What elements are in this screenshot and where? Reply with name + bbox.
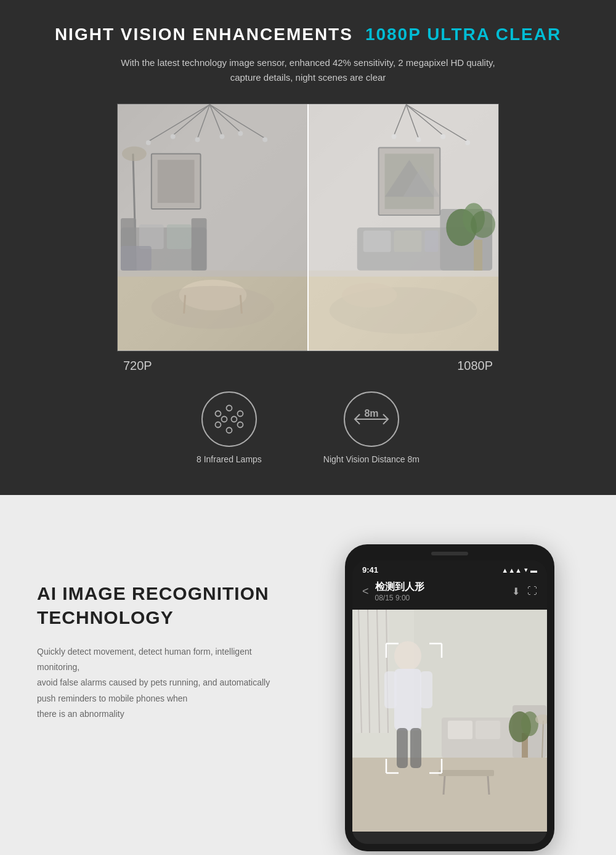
section-title-accent: 1080P ULTRA CLEAR — [365, 25, 561, 44]
phone-screen: 9:41 ▲▲▲ ▾ ▬ < 检测到人形 08/15 9:00 ⬇ — [352, 560, 547, 844]
comparison-image — [118, 104, 498, 351]
svg-rect-41 — [394, 231, 422, 252]
night-vision-distance-item: 8m Night Vision Distance 8m — [323, 391, 419, 464]
ir-lamps-item: 8 Infrared Lamps — [197, 391, 262, 464]
distance-icon-circle: 8m — [344, 391, 399, 447]
svg-rect-20 — [167, 224, 192, 249]
svg-point-35 — [440, 134, 445, 139]
quality-label-720p: 720P — [123, 359, 152, 373]
comparison-right-1080p — [308, 104, 498, 351]
svg-rect-25 — [158, 160, 195, 203]
phone-back-button[interactable]: < — [362, 585, 369, 598]
svg-rect-43 — [474, 240, 482, 271]
svg-rect-42 — [424, 231, 438, 252]
quality-labels: 720P 1080P — [117, 359, 499, 373]
phone-status-bar: 9:41 ▲▲▲ ▾ ▬ — [352, 560, 547, 577]
svg-point-13 — [262, 137, 267, 142]
svg-point-34 — [465, 140, 470, 145]
phone-header-date: 08/15 9:00 — [375, 594, 506, 602]
svg-point-9 — [171, 134, 176, 139]
icons-row: 8 Infrared Lamps 8m Night Vision Distanc… — [12, 391, 604, 464]
battery-icon: ▬ — [530, 567, 537, 574]
svg-point-11 — [219, 134, 224, 139]
phone-content — [352, 610, 547, 844]
svg-rect-84 — [394, 669, 421, 730]
svg-rect-40 — [363, 231, 391, 252]
ai-text-block: AI IMAGE RECOGNITIONTECHNOLOGY Quickly d… — [37, 532, 296, 722]
phone-status-icons: ▲▲▲ ▾ ▬ — [501, 566, 537, 574]
phone-mockup: 9:41 ▲▲▲ ▾ ▬ < 检测到人形 08/15 9:00 ⬇ — [345, 544, 554, 851]
fullscreen-icon[interactable]: ⛶ — [527, 586, 537, 597]
distance-svg: 8m — [350, 401, 393, 438]
section-title-main: NIGHT VISION ENHANCEMENTS — [55, 25, 353, 44]
svg-rect-87 — [397, 728, 408, 768]
svg-point-37 — [392, 134, 397, 139]
svg-point-55 — [237, 422, 243, 428]
ir-lamps-svg — [211, 401, 248, 438]
svg-point-60 — [231, 417, 237, 422]
svg-point-27 — [152, 286, 274, 329]
svg-point-53 — [226, 406, 232, 411]
night-vision-section: NIGHT VISION ENHANCEMENTS 1080P ULTRA CL… — [0, 0, 616, 495]
svg-line-77 — [488, 776, 489, 795]
svg-rect-86 — [420, 671, 432, 708]
wifi-icon: ▾ — [524, 566, 528, 574]
svg-point-80 — [521, 711, 538, 736]
ai-section-title: AI IMAGE RECOGNITIONTECHNOLOGY — [37, 581, 296, 629]
phone-time: 9:41 — [362, 565, 378, 575]
svg-point-58 — [215, 411, 221, 417]
svg-rect-75 — [439, 770, 494, 776]
svg-point-10 — [195, 137, 200, 142]
svg-rect-74 — [476, 721, 500, 739]
distance-label: Night Vision Distance 8m — [323, 454, 419, 464]
phone-notch — [431, 552, 468, 555]
phone-header-content: 检测到人形 08/15 9:00 — [375, 581, 506, 602]
phone-container: 9:41 ▲▲▲ ▾ ▬ < 检测到人形 08/15 9:00 ⬇ — [320, 532, 579, 851]
svg-rect-26 — [121, 246, 152, 271]
svg-point-54 — [237, 411, 243, 417]
comparison-divider — [307, 104, 309, 351]
ai-recognition-section: AI IMAGE RECOGNITIONTECHNOLOGY Quickly d… — [0, 495, 616, 855]
section-title-row: NIGHT VISION ENHANCEMENTS 1080P ULTRA CL… — [12, 25, 604, 44]
svg-point-46 — [471, 211, 495, 238]
svg-point-15 — [122, 146, 147, 161]
comparison-container — [117, 104, 499, 351]
svg-point-57 — [215, 422, 221, 428]
svg-point-12 — [238, 131, 243, 136]
camera-view-svg — [352, 610, 547, 832]
phone-header: < 检测到人形 08/15 9:00 ⬇ ⛶ — [352, 577, 547, 610]
section-subtitle: With the latest technology image sensor,… — [12, 55, 604, 85]
phone-header-actions: ⬇ ⛶ — [512, 586, 537, 597]
svg-point-56 — [226, 428, 232, 433]
ir-lamps-label: 8 Infrared Lamps — [197, 454, 262, 464]
svg-point-59 — [221, 417, 227, 422]
ir-lamps-icon-circle — [201, 391, 257, 447]
svg-point-36 — [416, 137, 421, 142]
svg-line-76 — [444, 776, 445, 795]
quality-label-1080p: 1080P — [457, 359, 493, 373]
svg-point-52 — [342, 283, 397, 308]
phone-header-title: 检测到人形 — [375, 581, 506, 594]
phone-camera-view — [352, 610, 547, 832]
svg-rect-73 — [448, 721, 472, 739]
svg-rect-64 — [352, 758, 547, 832]
signal-icon: ▲▲▲ — [501, 567, 522, 574]
download-icon[interactable]: ⬇ — [512, 586, 520, 597]
svg-rect-19 — [139, 224, 164, 249]
svg-rect-18 — [192, 218, 207, 271]
svg-rect-85 — [384, 671, 397, 708]
comparison-left-720p — [118, 104, 308, 351]
svg-point-8 — [146, 140, 151, 145]
svg-rect-88 — [410, 728, 421, 768]
svg-text:8m: 8m — [364, 408, 378, 419]
ai-section-description: Quickly detect movement, detect human fo… — [37, 644, 296, 722]
svg-point-83 — [394, 641, 421, 671]
